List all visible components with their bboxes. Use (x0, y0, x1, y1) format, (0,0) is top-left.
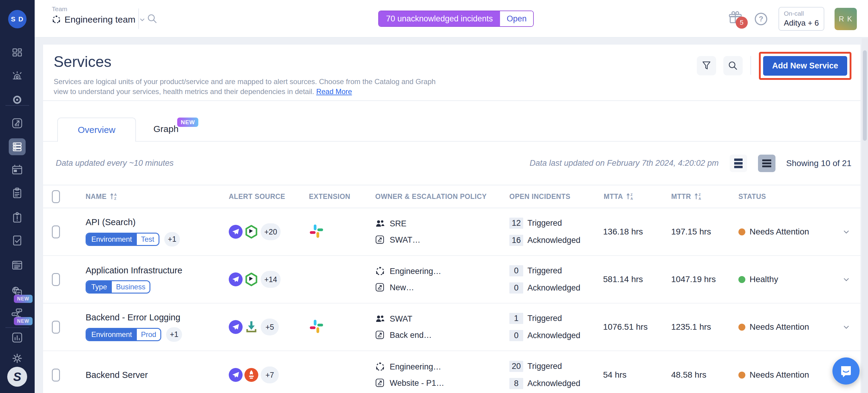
sidebar-item-analytics[interactable] (9, 115, 26, 132)
escalation-policy[interactable]: SWAT… (375, 235, 509, 245)
add-new-service-button[interactable]: Add New Service (763, 56, 847, 75)
acknowledged-count[interactable]: 8 Acknowledged (509, 378, 601, 389)
table-row[interactable]: API (Search) Environment Test +1 +20 (43, 208, 861, 256)
owner[interactable]: Engineering… (375, 362, 509, 372)
table-row[interactable]: Backend Server +7 Engineering… (43, 351, 861, 393)
escalation-icon (375, 330, 385, 340)
browser-window-icon (11, 260, 23, 271)
sidebar-item-dashboard[interactable] (9, 44, 26, 61)
more-tags-pill[interactable]: +1 (166, 327, 182, 342)
service-name[interactable]: Backend Server (86, 370, 229, 380)
help-icon: ? (754, 12, 768, 26)
expand-row-button[interactable] (832, 323, 861, 331)
table-row[interactable]: Application Infrastructure Type Business… (43, 256, 861, 303)
acknowledged-count[interactable]: 16 Acknowledged (509, 235, 601, 246)
banner-text: 70 unacknowledged incidents (379, 11, 500, 26)
sidebar-item-slo[interactable] (9, 232, 26, 249)
owner[interactable]: SRE (375, 219, 509, 229)
scrollbar[interactable] (862, 38, 868, 393)
org-avatar[interactable]: S D (8, 10, 27, 28)
owner[interactable]: SWAT (375, 314, 509, 324)
svg-text:Z: Z (630, 193, 632, 196)
service-name[interactable]: Backend - Error Logging (86, 312, 229, 323)
sidebar-item-incidents[interactable] (9, 68, 26, 85)
row-checkbox[interactable] (52, 273, 60, 286)
more-alert-sources-pill[interactable]: +20 (261, 223, 281, 240)
col-status: STATUS (738, 192, 766, 201)
chevron-down-icon (842, 275, 850, 283)
sort-icon[interactable]: A Z (110, 192, 118, 201)
owner[interactable]: Engineering… (375, 266, 509, 276)
service-name[interactable]: API (Search) (86, 217, 229, 227)
sidebar-item-reports[interactable] (9, 329, 26, 346)
team-icon (375, 314, 385, 324)
status-dot (738, 276, 745, 283)
sidebar-item-runbooks[interactable] (9, 185, 26, 202)
row-checkbox[interactable] (52, 321, 60, 334)
sort-icon[interactable]: Z A (694, 192, 702, 201)
col-mttr: MTTR (671, 192, 691, 201)
read-more-link[interactable]: Read More (316, 87, 352, 95)
sidebar-item-services[interactable] (9, 138, 26, 155)
sidebar-item-status-page[interactable] (9, 257, 26, 274)
escalation-icon (375, 235, 385, 245)
row-checkbox[interactable] (52, 369, 60, 382)
escalation-policy[interactable]: Website - P1… (375, 378, 509, 388)
service-name[interactable]: Application Infrastructure (86, 266, 229, 275)
filter-button[interactable] (697, 56, 716, 75)
mttr-value: 1047.19 hrs (669, 275, 738, 284)
acknowledged-count[interactable]: 0 Acknowledged (509, 330, 601, 341)
list-icon (762, 159, 771, 161)
view-toggle-compact[interactable] (758, 155, 775, 172)
escalation-policy[interactable]: New… (375, 283, 509, 292)
expand-row-button[interactable] (832, 228, 861, 236)
table-row[interactable]: Backend - Error Logging Environment Prod… (43, 303, 861, 351)
help-button[interactable]: ? (754, 12, 768, 26)
search-icon (728, 61, 738, 71)
user-avatar[interactable]: R K (835, 8, 857, 30)
triggered-count[interactable]: 20 Triggered (509, 361, 601, 372)
tab-graph[interactable]: Graph NEW (136, 117, 187, 141)
escalation-icon (375, 283, 385, 292)
expand-row-button[interactable] (832, 275, 861, 283)
more-tags-pill[interactable]: +1 (164, 232, 180, 246)
page-title: Services (54, 53, 436, 70)
mtta-value: 54 hrs (601, 370, 669, 380)
col-mtta: MTTA (604, 192, 623, 201)
acknowledged-count[interactable]: 0 Acknowledged (509, 282, 601, 294)
view-toggle-comfortable[interactable] (730, 155, 747, 172)
select-all-checkbox[interactable] (52, 190, 60, 203)
triggered-count[interactable]: 0 Triggered (509, 265, 601, 276)
banner-open-button[interactable]: Open (500, 11, 533, 26)
sort-icon[interactable]: Z A (626, 192, 634, 201)
squadcast-logo[interactable]: S (7, 367, 27, 387)
triggered-count[interactable]: 12 Triggered (509, 218, 601, 229)
target-disc-icon (11, 94, 23, 105)
sidebar-item-schedules[interactable] (9, 161, 26, 178)
scrollbar-thumb[interactable] (863, 50, 867, 141)
col-owner: OWNER & ESCALATION POLICY (375, 192, 487, 201)
more-alert-sources-pill[interactable]: +5 (261, 319, 279, 335)
mttr-value: 1235.1 hrs (669, 322, 738, 332)
table-search-button[interactable] (723, 56, 743, 75)
tab-overview[interactable]: Overview (57, 118, 136, 142)
row-checkbox[interactable] (52, 225, 60, 238)
more-alert-sources-pill[interactable]: +7 (261, 366, 279, 383)
sidebar-new-badge: NEW (14, 295, 33, 303)
global-search-button[interactable] (147, 13, 158, 25)
chat-widget-button[interactable] (832, 357, 860, 385)
clipboard-alert-icon (11, 212, 23, 223)
unacknowledged-incidents-banner[interactable]: 70 unacknowledged incidents Open (378, 10, 534, 27)
search-icon (147, 13, 158, 24)
slack-icon (310, 224, 323, 238)
oncall-widget[interactable]: On-call Aditya + 6 (778, 7, 824, 31)
sidebar: S D (0, 0, 35, 393)
sidebar-item-settings[interactable] (9, 350, 26, 367)
sidebar-item-postmortems[interactable] (9, 209, 26, 226)
escalation-policy[interactable]: Back end… (375, 330, 509, 340)
team-switcher[interactable]: Team Engineering team (52, 5, 146, 25)
triggered-count[interactable]: 1 Triggered (509, 313, 601, 324)
bar-chart-icon (11, 332, 23, 343)
more-alert-sources-pill[interactable]: +14 (261, 271, 281, 288)
whats-new-button[interactable]: 5 (728, 10, 744, 27)
